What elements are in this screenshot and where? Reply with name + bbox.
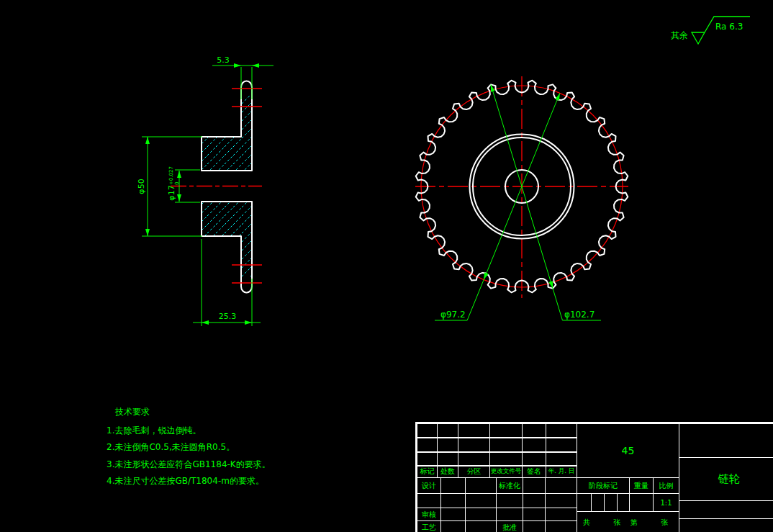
dimension-arrow [177, 171, 181, 178]
title-block-sheet-label-1: 共 [583, 518, 590, 528]
title-block-cell-empty [458, 423, 490, 438]
dimension-arrow [234, 63, 241, 68]
dimension-line [467, 93, 560, 320]
dimension-tolerance-lower: 0 [174, 182, 180, 185]
surface-roughness-note: 其余Ra 6.3 [671, 17, 750, 44]
technical-requirements: 技术要求 1.去除毛刺，锐边倒钝。2.未注倒角C0.5,未注圆角R0.5。3.未… [107, 404, 271, 490]
technical-requirement-item: 4.未注尺寸公差按GB/T1804-m的要求。 [107, 473, 271, 490]
title-block-cell-empty [465, 493, 497, 508]
title-block-cell-empty [545, 520, 577, 532]
cad-drawing-page: 其余Ra 6.35.325.3φ50φ17+0.0270φ102.7φ97.2 … [0, 0, 773, 532]
title-block-cell-empty [440, 477, 466, 494]
dimension-arrow [252, 63, 259, 68]
title-block-cell-empty [417, 437, 438, 453]
title-block-cell-empty [591, 493, 605, 512]
title-block-cell-empty [437, 451, 458, 466]
title-block-cell-empty [440, 508, 466, 521]
title-block-cell-empty [577, 493, 592, 512]
title-block-header-4: 更改文件号 [489, 465, 523, 478]
title-block-part-name: 链轮 [679, 457, 773, 501]
dimension-tooth-width: 5.3 [212, 55, 274, 99]
title-block-cell-empty [545, 508, 577, 521]
title-block-cell-empty [522, 423, 546, 438]
title-block-cell-empty [522, 437, 546, 453]
title-block-cell-empty [465, 508, 497, 521]
title-block-cell-empty [489, 437, 523, 453]
dimension-outer-diameter: φ102.7 [491, 84, 601, 320]
title-block-cell-empty [437, 437, 458, 453]
dimension-arrow [245, 320, 252, 325]
title-block-sheet-label-4: 张 [661, 518, 668, 528]
title-block-cell-标准化: 标准化 [496, 477, 523, 494]
dimension-text: 5.3 [217, 55, 230, 65]
dimension-arrow [484, 272, 489, 279]
dimension-arrow [145, 229, 150, 236]
technical-requirements-list: 1.去除毛刺，锐边倒钝。2.未注倒角C0.5,未注圆角R0.5。3.未注形状公差… [107, 423, 271, 490]
title-block-header-5: 签名 [522, 465, 546, 478]
section-hatch-lower [202, 202, 252, 277]
dimension-arrow [202, 320, 209, 325]
title-block-cell-empty [417, 423, 438, 438]
title-block-cell-empty [617, 493, 630, 512]
side-view [171, 81, 262, 293]
title-block-cell-empty [546, 423, 577, 438]
title-block-stage-mark: 阶段标记 [577, 477, 630, 494]
title-block-cell-empty [489, 423, 523, 438]
title-block-header-2: 处数 [437, 465, 458, 478]
title-block-cell-empty [440, 520, 466, 532]
title-block-cell-empty [465, 520, 497, 532]
title-block-header-1: 标记 [417, 465, 438, 478]
title-block-cell-empty [629, 493, 654, 512]
roughness-prefix-label: 其余 [671, 30, 688, 40]
title-block-cell-设计: 设计 [417, 477, 441, 494]
title-block-cell-empty [523, 493, 546, 508]
title-block-cell-empty [437, 423, 458, 438]
title-block-drawing-number [679, 423, 773, 458]
title-block-cell-工艺: 工艺 [417, 520, 441, 532]
title-block-cell-审核: 审核 [417, 508, 441, 521]
title-block-cell-empty [489, 451, 523, 466]
title-block-cell-empty [523, 508, 546, 521]
technical-requirement-item: 1.去除毛刺，锐边倒钝。 [107, 423, 271, 440]
title-block-cell-empty [417, 451, 438, 466]
title-block-cell-empty [679, 500, 773, 519]
title-block-cell-empty [604, 493, 618, 512]
technical-requirement-item: 2.未注倒角C0.5,未注圆角R0.5。 [107, 439, 271, 456]
dimension-bore-diameter: φ17+0.0270 [167, 166, 200, 202]
title-block-scale: 比例 [653, 477, 679, 494]
title-block-cell-empty [458, 437, 490, 453]
dimension-pitch-diameter: φ97.2 [435, 93, 560, 320]
title-block-cell-empty [417, 493, 441, 508]
dimension-text: φ50 [137, 179, 146, 194]
roughness-value-label: Ra 6.3 [715, 22, 743, 32]
title-block-cell-empty [440, 493, 466, 508]
dimension-arrow [145, 137, 150, 144]
title-block-cell-empty [496, 508, 523, 521]
dimension-arrow [555, 93, 560, 100]
dimension-tolerance-upper: +0.027 [168, 166, 174, 185]
dimension-text: φ102.7 [564, 310, 595, 320]
title-block-scale-value: 1:1 [653, 493, 679, 512]
title-block-cell-empty [546, 437, 577, 453]
title-block-cell-empty [523, 477, 546, 494]
title-block-sheet-label-3: 第 [630, 518, 638, 528]
title-block-sheet-row: 共张第张 [577, 511, 679, 532]
dimension-text: 25.3 [219, 312, 237, 321]
title-block-cell-empty [679, 518, 773, 532]
title-block-weight: 重量 [629, 477, 654, 494]
dimension-text: φ97.2 [440, 310, 466, 320]
dimension-text-group: φ50 [137, 179, 146, 194]
title-block-cell-empty [545, 493, 577, 508]
technical-requirements-title: 技术要求 [107, 404, 271, 421]
dimension-arrow [177, 194, 181, 202]
technical-requirement-item: 3.未注形状公差应符合GB1184-K的要求。 [107, 456, 271, 474]
title-block-cell-empty [522, 451, 546, 466]
title-block-cell-empty [523, 520, 546, 532]
title-block-header-3: 分区 [458, 465, 490, 478]
title-block-cell-empty [458, 451, 490, 466]
title-block-sheet-label-2: 张 [613, 518, 620, 528]
title-block-material: 45 [577, 423, 679, 478]
title-block-cell-empty [465, 477, 497, 494]
title-block-cell-empty [545, 477, 577, 494]
dimension-text: φ17 [167, 185, 176, 200]
